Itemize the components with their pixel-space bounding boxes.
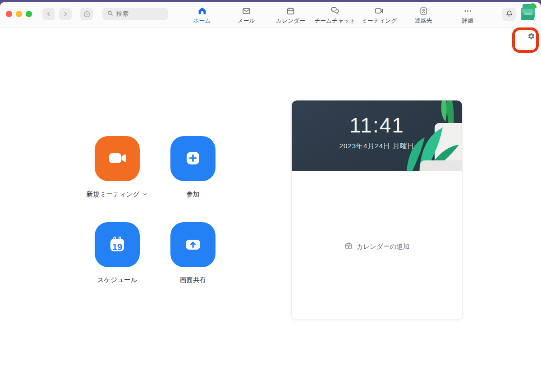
share-screen-button[interactable] — [170, 222, 215, 267]
video-camera-icon — [105, 146, 130, 172]
add-calendar-button[interactable]: カレンダーの追加 — [292, 240, 462, 253]
share-screen-label: 画面共有 — [180, 276, 206, 284]
tab-mail-label: メール — [238, 17, 255, 25]
minimize-window-button[interactable] — [16, 11, 22, 17]
contact-card-icon — [419, 6, 428, 16]
video-camera-icon — [374, 6, 384, 16]
tab-calendar-label: カレンダー — [276, 17, 305, 25]
schedule-label: スケジュール — [97, 276, 138, 284]
share-screen-label-row: 画面共有 — [143, 276, 243, 284]
schedule-button[interactable]: 19 — [95, 222, 140, 267]
tab-home-label: ホーム — [193, 17, 211, 25]
zoom-app-window: 検索 ホーム メール カレンダー — [0, 2, 541, 392]
tab-more[interactable]: 詳細 — [446, 2, 490, 27]
gear-icon — [527, 32, 535, 41]
tab-calendar[interactable]: カレンダー — [269, 2, 313, 27]
clock-card-header: 11:41 2023年4月24日 月曜日 — [292, 100, 462, 171]
back-button[interactable] — [42, 8, 55, 20]
tab-mail[interactable]: メール — [224, 2, 268, 27]
home-icon — [197, 6, 207, 16]
search-icon — [107, 10, 114, 18]
tab-contacts-label: 連絡先 — [415, 17, 432, 25]
ellipsis-icon — [463, 6, 472, 16]
mail-icon — [242, 6, 251, 16]
plus-icon — [180, 146, 206, 172]
new-meeting-label: 新規ミーティング — [87, 190, 140, 199]
calendar-icon — [286, 6, 295, 16]
maximize-window-button[interactable] — [26, 11, 32, 17]
tab-contacts[interactable]: 連絡先 — [401, 2, 445, 27]
avatar[interactable] — [519, 3, 536, 22]
tab-team-chat-label: チームチャット — [314, 17, 355, 25]
search-input[interactable]: 検索 — [102, 8, 168, 20]
forward-button[interactable] — [59, 8, 72, 20]
add-calendar-label: カレンダーの追加 — [357, 242, 410, 251]
tab-meetings[interactable]: ミーティング — [357, 2, 401, 27]
join-label-row: 参加 — [143, 190, 243, 199]
chevron-right-icon — [62, 10, 69, 18]
join-meeting-button[interactable] — [170, 136, 215, 181]
new-meeting-button[interactable] — [95, 136, 140, 181]
history-clock-icon — [83, 10, 91, 18]
main-tabs: ホーム メール カレンダー チームチャット — [180, 2, 490, 27]
tab-home[interactable]: ホーム — [180, 2, 224, 27]
clock-date: 2023年4月24日 月曜日 — [292, 142, 462, 150]
calendar-19-icon — [105, 232, 130, 258]
history-button[interactable] — [80, 8, 93, 20]
tab-meetings-label: ミーティング — [362, 17, 397, 25]
bell-icon — [505, 9, 513, 19]
settings-button[interactable] — [525, 31, 537, 43]
tab-team-chat[interactable]: チームチャット — [313, 2, 357, 27]
arrow-up-icon — [180, 232, 206, 258]
chat-bubbles-icon — [330, 6, 340, 16]
notifications-button[interactable] — [502, 8, 516, 21]
chevron-left-icon — [45, 10, 52, 18]
search-placeholder: 検索 — [116, 10, 128, 18]
close-window-button[interactable] — [6, 11, 12, 17]
home-content: 19 新規ミーティング 参加 スケジュール 画面共有 — [0, 28, 541, 392]
clock-calendar-card: 11:41 2023年4月24日 月曜日 カレンダーの追加 — [291, 100, 463, 320]
join-label: 参加 — [187, 190, 200, 199]
calendar-plus-icon — [344, 242, 353, 251]
clock-time: 11:41 — [292, 113, 462, 137]
titlebar: 検索 ホーム メール カレンダー — [0, 2, 541, 27]
avatar-mosaic — [519, 3, 536, 22]
presence-status-square — [532, 3, 536, 8]
tab-more-label: 詳細 — [462, 17, 474, 25]
